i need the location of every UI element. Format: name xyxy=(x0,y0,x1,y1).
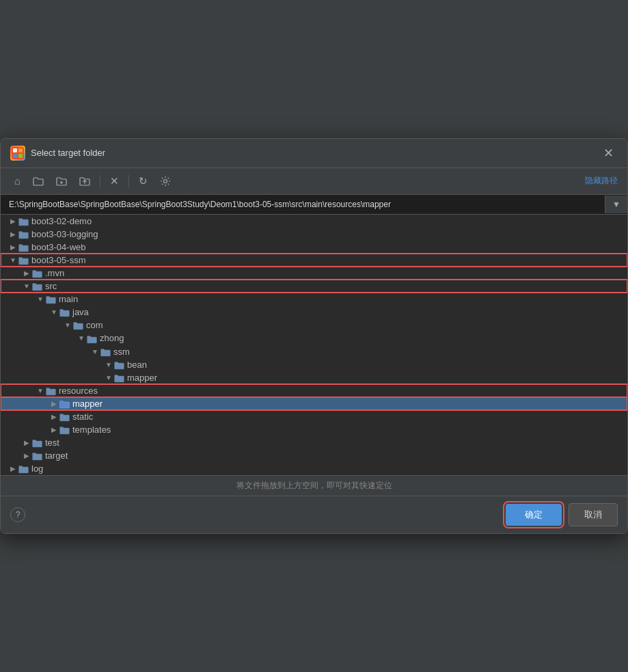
folder-icon-templates xyxy=(59,425,70,435)
toggle-icon-.mvn[interactable]: ▶ xyxy=(21,269,32,277)
folder-icon-src xyxy=(32,281,42,291)
tree-item-boot3-02-demo[interactable]: ▶ boot3-02-demo xyxy=(1,215,627,228)
svg-rect-4 xyxy=(18,154,23,158)
tree-item-ssm[interactable]: ▼ ssm xyxy=(1,345,627,358)
tree-item-test[interactable]: ▶ test xyxy=(1,436,627,449)
close-button[interactable]: ✕ xyxy=(599,144,618,162)
toggle-icon-zhong[interactable]: ▼ xyxy=(76,334,87,342)
title-bar-left: Select target folder xyxy=(10,146,105,161)
toggle-icon-main[interactable]: ▼ xyxy=(35,295,46,303)
tree-item-target[interactable]: ▶ target xyxy=(1,449,627,462)
status-bar: 将文件拖放到上方空间，即可对其快速定位 xyxy=(1,475,627,496)
folder-icon-log xyxy=(18,463,29,474)
tree-item-boot3-03-logging[interactable]: ▶ boot3-03-logging xyxy=(1,228,627,241)
tree-label-boot3-04-web: boot3-04-web xyxy=(31,242,86,252)
folder-icon-mapper-java xyxy=(114,373,124,383)
toolbar-divider xyxy=(100,175,100,187)
folder-icon-test xyxy=(32,438,42,448)
tree-item-log[interactable]: ▶ log xyxy=(1,462,627,475)
tree-item-.mvn[interactable]: ▶ .mvn xyxy=(1,267,627,280)
toolbar: ⌂ ✕ xyxy=(1,168,627,195)
tree-item-templates[interactable]: ▶ templates xyxy=(1,423,627,436)
folder-icon[interactable] xyxy=(29,174,48,189)
folder-tree[interactable]: ▶ boot3-02-demo▶ boot3-03-logging▶ boot3… xyxy=(1,215,627,475)
toggle-icon-resources[interactable]: ▼ xyxy=(35,387,46,394)
tree-item-mapper-java[interactable]: ▼ mapper xyxy=(1,371,627,384)
folder-icon-bean xyxy=(114,360,124,370)
folder-icon-boot3-04-web xyxy=(18,242,29,252)
folder-icon-zhong xyxy=(87,333,97,343)
toolbar-divider2 xyxy=(128,175,129,187)
path-input[interactable] xyxy=(1,195,605,214)
folder-icon-main xyxy=(46,294,56,304)
folder-icon-boot3-02-demo xyxy=(18,216,29,226)
tree-item-resources[interactable]: ▼ resources xyxy=(1,384,627,397)
tree-label-main: main xyxy=(59,294,78,304)
new-folder-icon[interactable] xyxy=(52,174,71,189)
tree-item-java[interactable]: ▼ java xyxy=(1,306,627,319)
tree-label-bean: bean xyxy=(127,360,147,370)
toggle-icon-templates[interactable]: ▶ xyxy=(49,426,59,433)
tree-label-boot3-05-ssm: boot3-05-ssm xyxy=(31,255,85,265)
delete-icon[interactable]: ✕ xyxy=(106,172,123,190)
tree-item-main[interactable]: ▼ main xyxy=(1,293,627,306)
toggle-icon-boot3-02-demo[interactable]: ▶ xyxy=(8,217,18,225)
button-bar: ? 确定 取消 xyxy=(1,496,627,533)
svg-rect-1 xyxy=(13,148,17,152)
tree-label-log: log xyxy=(31,463,43,474)
toggle-icon-static[interactable]: ▶ xyxy=(49,413,59,420)
toggle-icon-mapper-java[interactable]: ▼ xyxy=(103,374,114,381)
tree-item-mapper[interactable]: ▶ mapper xyxy=(1,397,627,410)
tree-label-mapper: mapper xyxy=(72,399,103,409)
tree-item-bean[interactable]: ▼ bean xyxy=(1,358,627,371)
toggle-icon-java[interactable]: ▼ xyxy=(49,308,59,316)
svg-point-7 xyxy=(164,179,167,183)
tree-item-src[interactable]: ▼ src xyxy=(1,280,627,293)
toggle-icon-ssm[interactable]: ▼ xyxy=(90,348,100,355)
toggle-icon-boot3-04-web[interactable]: ▶ xyxy=(8,243,18,251)
toggle-icon-bean[interactable]: ▼ xyxy=(103,361,114,368)
tree-label-java: java xyxy=(72,307,89,317)
hide-path-button[interactable]: 隐藏路径 xyxy=(585,175,618,187)
tree-label-boot3-03-logging: boot3-03-logging xyxy=(31,229,98,239)
tree-label-ssm: ssm xyxy=(113,347,130,357)
tree-item-boot3-04-web[interactable]: ▶ boot3-04-web xyxy=(1,241,627,254)
toggle-icon-com[interactable]: ▼ xyxy=(62,321,73,329)
toggle-icon-log[interactable]: ▶ xyxy=(8,465,18,472)
settings-icon[interactable] xyxy=(156,173,175,189)
home-icon[interactable]: ⌂ xyxy=(10,172,25,189)
folder-icon-.mvn xyxy=(32,268,42,278)
folder-up-icon[interactable] xyxy=(75,173,94,189)
folder-icon-target xyxy=(32,451,42,461)
tree-label-src: src xyxy=(45,281,57,291)
tree-label-.mvn: .mvn xyxy=(45,268,64,278)
select-folder-dialog: Select target folder ✕ ⌂ xyxy=(0,138,628,534)
toggle-icon-mapper[interactable]: ▶ xyxy=(49,400,59,407)
tree-item-zhong[interactable]: ▼ zhong xyxy=(1,332,627,345)
path-dropdown-button[interactable]: ▼ xyxy=(605,196,627,213)
folder-icon-boot3-05-ssm xyxy=(18,255,29,265)
ok-button[interactable]: 确定 xyxy=(506,504,562,526)
toggle-icon-src[interactable]: ▼ xyxy=(21,282,32,290)
title-bar: Select target folder ✕ xyxy=(1,139,627,168)
folder-icon-com xyxy=(73,320,83,330)
path-bar: ▼ xyxy=(1,195,627,215)
folder-icon-ssm xyxy=(100,347,111,357)
tree-label-test: test xyxy=(45,438,59,448)
tree-label-templates: templates xyxy=(72,425,111,435)
tree-item-com[interactable]: ▼ com xyxy=(1,319,627,332)
toggle-icon-boot3-05-ssm[interactable]: ▼ xyxy=(8,256,18,264)
refresh-icon[interactable]: ↻ xyxy=(135,172,152,190)
toggle-icon-boot3-03-logging[interactable]: ▶ xyxy=(8,230,18,238)
tree-item-boot3-05-ssm[interactable]: ▼ boot3-05-ssm xyxy=(1,254,627,267)
tree-item-static[interactable]: ▶ static xyxy=(1,410,627,423)
toggle-icon-target[interactable]: ▶ xyxy=(21,452,32,459)
help-button[interactable]: ? xyxy=(10,507,25,522)
svg-rect-2 xyxy=(18,148,23,152)
cancel-button[interactable]: 取消 xyxy=(569,503,618,526)
status-text: 将文件拖放到上方空间，即可对其快速定位 xyxy=(236,481,392,490)
tree-label-static: static xyxy=(72,412,93,422)
svg-rect-3 xyxy=(13,154,17,158)
toggle-icon-test[interactable]: ▶ xyxy=(21,439,32,446)
tree-label-resources: resources xyxy=(59,386,98,396)
